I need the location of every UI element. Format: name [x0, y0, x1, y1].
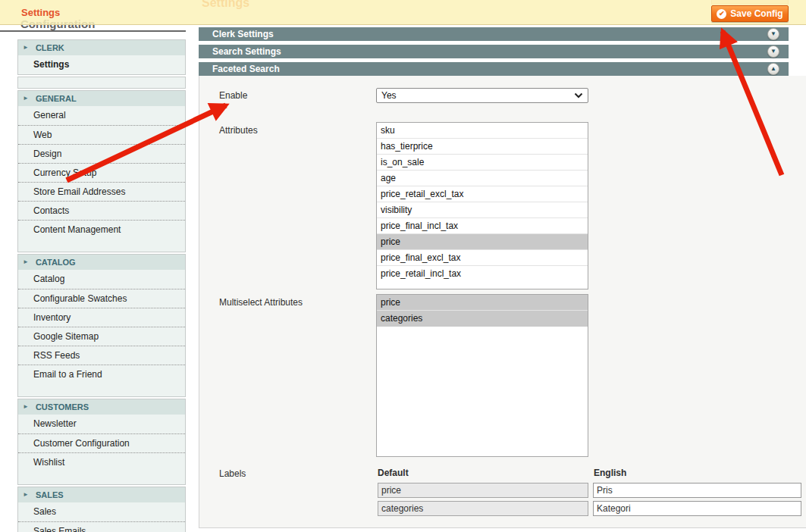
triangle-down-icon: ▼ — [770, 49, 776, 55]
option-price[interactable]: price — [377, 295, 588, 311]
sidebar-section-sales: ►SALESSalesSales Emails — [17, 487, 186, 532]
option-age[interactable]: age — [377, 171, 588, 186]
sidebar-section-label: GENERAL — [36, 91, 77, 106]
sidebar-section-footer — [17, 77, 186, 89]
option-categories[interactable]: categories — [377, 311, 588, 327]
triangle-right-icon: ► — [23, 40, 29, 55]
accordion-label: Faceted Search — [212, 64, 280, 74]
sidebar-section-general: ►GENERALGeneralWebDesignCurrency SetupSt… — [17, 90, 186, 252]
sidebar-item-design[interactable]: Design — [18, 144, 185, 163]
sidebar-item-currency-setup[interactable]: Currency Setup — [18, 163, 185, 182]
sidebar-item-content-management[interactable]: Content Management — [18, 220, 185, 239]
option-price-retail-excl-tax[interactable]: price_retail_excl_tax — [377, 186, 588, 202]
triangle-right-icon: ► — [23, 487, 29, 502]
save-config-label: Save Config — [730, 8, 782, 19]
faceted-search-panel: Enable Yes Attributes skuhas_tierpriceis… — [199, 76, 806, 528]
annotation-highlight-bar — [0, 0, 806, 25]
accordion-header-clerk-settings[interactable]: Clerk Settings▼ — [199, 27, 789, 41]
accordion-header-faceted-search[interactable]: Faceted Search▲ — [199, 62, 789, 76]
check-circle-icon: ✔ — [717, 9, 726, 19]
sidebar-section-catalog: ►CATALOGCatalogConfigurable SwatchesInve… — [17, 254, 186, 397]
title-divider — [0, 30, 186, 32]
accordion-label: Clerk Settings — [212, 29, 274, 39]
triangle-right-icon: ► — [23, 91, 29, 106]
sidebar-nav: ►CLERKSettings►GENERALGeneralWebDesignCu… — [17, 39, 186, 532]
sidebar-section-label: CLERK — [36, 40, 64, 55]
labels-rows — [378, 483, 801, 519]
labels-column-default: Default — [378, 468, 409, 478]
sidebar-item-catalog[interactable]: Catalog — [18, 270, 185, 289]
label-english-input[interactable] — [593, 483, 801, 498]
sidebar-section-header-general: ►GENERAL — [18, 91, 185, 106]
triangle-down-icon: ▼ — [770, 31, 776, 37]
sidebar-item-sales[interactable]: Sales — [18, 502, 185, 521]
triangle-right-icon: ► — [23, 399, 29, 415]
multiselect-attributes-label: Multiselect Attributes — [219, 297, 303, 308]
sidebar-item-sales-emails[interactable]: Sales Emails — [18, 521, 185, 532]
sidebar-item-customer-configuration[interactable]: Customer Configuration — [18, 433, 185, 452]
option-sku[interactable]: sku — [377, 123, 588, 139]
sidebar-item-google-sitemap[interactable]: Google Sitemap — [18, 327, 185, 346]
sidebar-item-email-to-a-friend[interactable]: Email to a Friend — [18, 365, 185, 383]
collapse-button[interactable]: ▼ — [767, 45, 779, 58]
sidebar-section-header-catalog: ►CATALOG — [18, 255, 185, 270]
configuration-page: Configuration Settings ►CLERKSettings►GE… — [0, 0, 806, 532]
enable-label: Enable — [219, 90, 247, 101]
option-price[interactable]: price — [377, 234, 588, 250]
sidebar-section-header-customers: ►CUSTOMERS — [18, 399, 185, 415]
sidebar-section-customers: ►CUSTOMERSNewsletterCustomer Configurati… — [17, 399, 186, 485]
triangle-up-icon: ▲ — [770, 66, 776, 72]
enable-select-value: Yes — [381, 90, 397, 101]
sidebar-section-label: CUSTOMERS — [36, 399, 89, 415]
sidebar-section-label: CATALOG — [36, 255, 76, 270]
labels-row — [378, 501, 801, 516]
sidebar-item-wishlist[interactable]: Wishlist — [18, 452, 185, 471]
labels-column-english: English — [594, 468, 626, 478]
collapse-button[interactable]: ▲ — [767, 63, 779, 75]
option-has-tierprice[interactable]: has_tierprice — [377, 139, 588, 155]
sidebar-item-configurable-swatches[interactable]: Configurable Swatches — [18, 289, 185, 308]
collapse-button[interactable]: ▼ — [767, 28, 779, 40]
triangle-right-icon: ► — [23, 255, 29, 270]
option-price-final-incl-tax[interactable]: price_final_incl_tax — [377, 218, 588, 234]
save-config-button[interactable]: ✔ Save Config — [711, 5, 789, 22]
label-default-input — [378, 483, 588, 498]
option-price-final-excl-tax[interactable]: price_final_excl_tax — [377, 250, 588, 266]
accordion-header-search-settings[interactable]: Search Settings▼ — [199, 45, 789, 58]
enable-select[interactable]: Yes — [376, 88, 588, 103]
sidebar-item-web[interactable]: Web — [18, 125, 185, 144]
sidebar-item-settings[interactable]: Settings — [18, 55, 185, 74]
sidebar-item-store-email-addresses[interactable]: Store Email Addresses — [18, 182, 185, 201]
accordion-label: Search Settings — [212, 46, 281, 57]
option-price-retail-incl-tax[interactable]: price_retail_incl_tax — [377, 266, 588, 282]
multiselect-attributes-listbox[interactable]: pricecategories — [376, 294, 588, 457]
sidebar-section-label: SALES — [36, 487, 64, 502]
sidebar-item-contacts[interactable]: Contacts — [18, 201, 185, 220]
label-default-input — [378, 501, 588, 516]
attributes-listbox[interactable]: skuhas_tierpriceis_on_saleageprice_retai… — [376, 122, 588, 289]
sidebar-section-clerk: ►CLERKSettings — [17, 39, 186, 75]
option-visibility[interactable]: visibility — [377, 202, 588, 218]
labels-row — [378, 483, 801, 498]
label-english-input[interactable] — [593, 501, 801, 516]
annotation-step-label: Settings — [21, 7, 60, 18]
labels-label: Labels — [219, 468, 246, 479]
sidebar-section-header-clerk: ►CLERK — [18, 40, 185, 55]
attributes-label: Attributes — [219, 125, 258, 136]
sidebar-item-newsletter[interactable]: Newsletter — [18, 415, 185, 433]
chevron-down-icon — [574, 92, 583, 99]
sidebar-section-header-sales: ►SALES — [18, 487, 185, 502]
sidebar-item-general[interactable]: General — [18, 106, 185, 125]
sidebar-item-rss-feeds[interactable]: RSS Feeds — [18, 346, 185, 365]
option-is-on-sale[interactable]: is_on_sale — [377, 155, 588, 171]
sidebar-item-inventory[interactable]: Inventory — [18, 308, 185, 327]
